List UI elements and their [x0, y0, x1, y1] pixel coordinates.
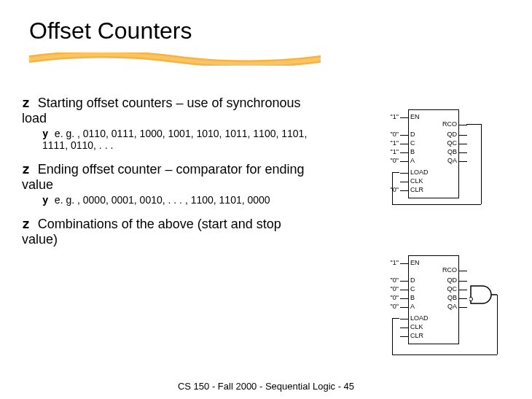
chip1-en-pin: EN [410, 114, 420, 120]
wire-seg [392, 318, 399, 319]
sub-bullet-2: e. g. , 0000, 0001, 0010, . . . , 1100, … [42, 194, 313, 206]
chip1-clr-pin: CLR [410, 187, 423, 193]
wire-seg [481, 124, 482, 204]
chip2-clk-pin: CLK [410, 324, 423, 330]
counter-diagram-2: "1" EN "0" D "0" C "0" B "0" A LOAD CLK … [343, 255, 517, 379]
title-underline [29, 53, 321, 66]
chip-2: "1" EN "0" D "0" C "0" B "0" A LOAD CLK … [408, 255, 459, 344]
chip1-b-pin: B [410, 149, 415, 155]
chip2-qc-pin: QC [447, 286, 458, 293]
bullet-3: Combinations of the above (start and sto… [22, 216, 313, 247]
bullet-1-text: Starting offset counters – use of synchr… [22, 96, 301, 125]
and-gate-icon [469, 284, 498, 306]
chip-1: "1" EN "0" D "1" C "1" B "0" A LOAD CLK … [408, 109, 459, 198]
chip2-d-pin: D [410, 277, 415, 284]
chip1-qa-pin: QA [447, 158, 457, 164]
wire-seg [392, 172, 399, 173]
chip2-b-pin: B [410, 295, 415, 301]
chip2-a-val: "0" [391, 303, 399, 310]
chip1-d-val: "0" [391, 131, 399, 138]
chip2-a-pin: A [410, 303, 415, 310]
chip2-c-pin: C [410, 286, 415, 293]
slide-footer: CS 150 - Fall 2000 - Sequential Logic - … [0, 381, 532, 392]
slide-title: Offset Counters [29, 18, 192, 44]
chip2-en-val: "1" [391, 260, 399, 266]
chip1-clk-pin: CLK [410, 178, 423, 185]
chip1-load-pin: LOAD [410, 169, 429, 176]
wire-seg [497, 295, 498, 355]
bullet-2: Ending offset counter – comparator for e… [22, 161, 313, 193]
sub-bullet-1-text: e. g. , 0110, 0111, 1000, 1001, 1010, 10… [42, 128, 307, 151]
wire-seg [392, 318, 393, 355]
chip1-qb-pin: QB [447, 149, 457, 155]
bullet-list: Starting offset counters – use of synchr… [22, 95, 313, 249]
chip2-c-val: "0" [391, 286, 399, 293]
chip2-d-val: "0" [391, 277, 399, 284]
chip1-c-pin: C [410, 140, 415, 147]
chip1-a-pin: A [410, 158, 415, 164]
chip2-clr-pin: CLR [410, 333, 423, 339]
chip1-en-val: "1" [391, 114, 399, 120]
chip1-qd-pin: QD [447, 131, 458, 138]
chip1-d-pin: D [410, 131, 415, 138]
svg-point-0 [469, 298, 473, 301]
chip2-qd-pin: QD [447, 277, 458, 284]
sub-bullet-1: e. g. , 0110, 0111, 1000, 1001, 1010, 10… [42, 128, 313, 151]
chip1-rco-pin: RCO [442, 121, 457, 128]
sub-bullet-2-text: e. g. , 0000, 0001, 0010, . . . , 1100, … [55, 194, 270, 206]
wire-seg [392, 355, 497, 355]
chip2-qb-pin: QB [447, 295, 457, 301]
chip2-qa-pin: QA [447, 303, 457, 310]
bullet-3-text: Combinations of the above (start and sto… [22, 217, 281, 247]
chip1-c-val: "1" [391, 140, 399, 147]
wire-seg [392, 172, 393, 204]
chip1-b-val: "1" [391, 149, 399, 155]
chip1-qc-pin: QC [447, 140, 458, 147]
wire-seg [466, 124, 481, 125]
chip1-a-val: "0" [391, 158, 399, 164]
wire-seg [392, 204, 481, 205]
chip2-rco-pin: RCO [442, 267, 457, 274]
chip2-load-pin: LOAD [410, 315, 429, 322]
chip2-en-pin: EN [410, 260, 420, 266]
bullet-2-text: Ending offset counter – comparator for e… [22, 162, 305, 192]
chip2-b-val: "0" [391, 295, 399, 301]
bullet-1: Starting offset counters – use of synchr… [22, 95, 313, 126]
counter-diagram-1: "1" EN "0" D "1" C "1" B "0" A LOAD CLK … [343, 109, 517, 212]
